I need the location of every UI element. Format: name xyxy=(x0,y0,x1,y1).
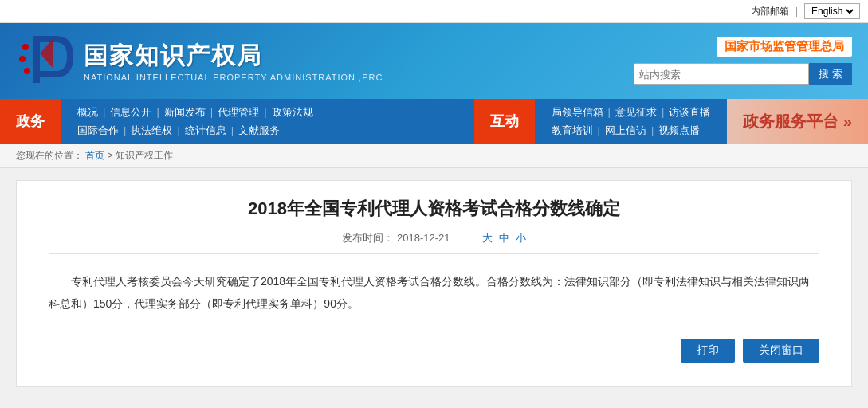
internal-mail-link[interactable]: 内部邮箱 xyxy=(751,5,789,18)
svg-point-1 xyxy=(19,56,26,62)
language-selector[interactable]: English 中文 xyxy=(804,3,860,19)
top-divider: | xyxy=(795,6,798,17)
nav-item-info[interactable]: 信息公开 xyxy=(105,103,156,121)
header-right: 国家市场监管管理总局 搜 索 xyxy=(634,37,852,85)
breadcrumb-separator: > xyxy=(108,150,116,161)
nav-item-agent[interactable]: 代理管理 xyxy=(213,103,264,121)
content-area: 2018年全国专利代理人资格考试合格分数线确定 发布时间： 2018-12-21… xyxy=(16,180,852,387)
content-divider xyxy=(49,253,819,254)
logo-text: 国家知识产权局 NATIONAL INTELLECTUAL PROPERTY A… xyxy=(84,40,383,82)
action-buttons: 打印 关闭窗口 xyxy=(49,339,819,363)
language-dropdown[interactable]: English 中文 xyxy=(808,5,856,18)
nav-row2: 国际合作 | 执法维权 | 统计信息 | 文献服务 xyxy=(73,121,462,139)
nav-item-enforce[interactable]: 执法维权 xyxy=(126,121,177,139)
close-button[interactable]: 关闭窗口 xyxy=(743,339,819,363)
logo-icon xyxy=(16,31,76,91)
breadcrumb-home[interactable]: 首页 xyxy=(85,150,104,161)
nav-item-news[interactable]: 新闻发布 xyxy=(159,103,210,121)
logo-en-name: NATIONAL INTELLECTUAL PROPERTY ADMINISTR… xyxy=(84,73,383,82)
nav-hudong[interactable]: 互动 xyxy=(474,99,535,144)
svg-point-0 xyxy=(22,44,29,50)
logo-cn-name: 国家知识产权局 xyxy=(84,40,383,73)
header: 国家知识产权局 NATIONAL INTELLECTUAL PROPERTY A… xyxy=(0,23,868,99)
breadcrumb-current: 知识产权工作 xyxy=(116,150,173,161)
nav-item-intl[interactable]: 国际合作 xyxy=(73,121,124,139)
nav-hudong-sub: 局领导信箱 | 意见征求 | 访谈直播 教育培训 | 网上信访 | 视频点播 xyxy=(535,99,728,144)
svg-point-2 xyxy=(24,68,30,74)
nav-item-education[interactable]: 教育培训 xyxy=(547,121,598,139)
font-small-btn[interactable]: 小 xyxy=(516,231,526,245)
breadcrumb: 您现在的位置： 首页 > 知识产权工作 xyxy=(0,144,868,168)
authority-name[interactable]: 国家市场监管管理总局 xyxy=(717,37,852,57)
print-button[interactable]: 打印 xyxy=(681,339,735,363)
top-bar: 内部邮箱 | English 中文 xyxy=(0,0,868,23)
font-size-controls: 大 中 小 xyxy=(482,231,526,245)
article-title: 2018年全国专利代理人资格考试合格分数线确定 xyxy=(49,197,819,222)
publish-info: 发布时间： 2018-12-21 xyxy=(342,231,450,245)
nav-item-interview[interactable]: 访谈直播 xyxy=(664,103,715,121)
article-body: 专利代理人考核委员会今天研究确定了2018年全国专利代理人资格考试合格分数线。合… xyxy=(49,270,819,315)
logo-area: 国家知识产权局 NATIONAL INTELLECTUAL PROPERTY A… xyxy=(16,31,383,91)
search-bar: 搜 索 xyxy=(634,63,852,85)
nav-hudong-row1: 局领导信箱 | 意见征求 | 访谈直播 xyxy=(547,103,716,121)
search-input[interactable] xyxy=(634,63,809,85)
font-medium-btn[interactable]: 中 xyxy=(499,231,509,245)
publish-label: 发布时间： xyxy=(342,232,394,244)
breadcrumb-prefix: 您现在的位置： xyxy=(16,150,83,161)
search-button[interactable]: 搜 索 xyxy=(809,63,852,85)
nav-item-leader-mail[interactable]: 局领导信箱 xyxy=(547,103,608,121)
nav-item-stats[interactable]: 统计信息 xyxy=(180,121,231,139)
service-platform-btn[interactable]: 政务服务平台 » xyxy=(727,99,868,144)
svg-marker-4 xyxy=(40,39,53,68)
nav-item-overview[interactable]: 概况 xyxy=(73,103,103,121)
nav-item-docs[interactable]: 文献服务 xyxy=(234,121,285,139)
nav-bar: 政务 概况 | 信息公开 | 新闻发布 | 代理管理 | 政策法规 国际合作 |… xyxy=(0,99,868,144)
nav-zhengwu-sub: 概况 | 信息公开 | 新闻发布 | 代理管理 | 政策法规 国际合作 | 执法… xyxy=(61,99,474,144)
nav-row1: 概况 | 信息公开 | 新闻发布 | 代理管理 | 政策法规 xyxy=(73,103,462,121)
nav-item-petition[interactable]: 网上信访 xyxy=(600,121,651,139)
publish-date: 2018-12-21 xyxy=(397,232,450,244)
svg-rect-3 xyxy=(33,39,40,83)
nav-zhengwu[interactable]: 政务 xyxy=(0,99,61,144)
article-meta: 发布时间： 2018-12-21 大 中 小 xyxy=(49,231,819,245)
nav-item-opinion[interactable]: 意见征求 xyxy=(611,103,662,121)
font-large-btn[interactable]: 大 xyxy=(482,231,493,245)
nav-item-policy[interactable]: 政策法规 xyxy=(267,103,318,121)
nav-hudong-row2: 教育培训 | 网上信访 | 视频点播 xyxy=(547,121,716,139)
nav-item-video[interactable]: 视频点播 xyxy=(654,121,705,139)
